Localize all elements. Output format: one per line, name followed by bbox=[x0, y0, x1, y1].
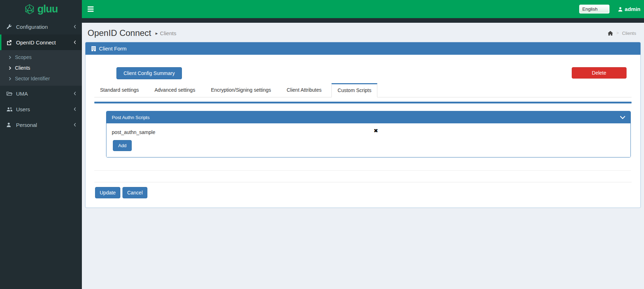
page-title: OpenID Connect bbox=[88, 28, 151, 38]
language-select[interactable] bbox=[579, 5, 609, 14]
top-navbar: admin bbox=[82, 0, 644, 18]
tab-custom-scripts[interactable]: Custom Scripts bbox=[331, 83, 377, 97]
users-icon bbox=[6, 107, 16, 112]
script-list-item: post_authn_sample ✖ bbox=[112, 128, 625, 136]
home-icon[interactable] bbox=[608, 31, 613, 36]
page-content: OpenID Connect ▸ Clients > Clients bbox=[82, 23, 644, 289]
submenu-item-label: Clients bbox=[15, 65, 30, 71]
sidebar-item-users[interactable]: Users bbox=[0, 101, 82, 117]
page-subtitle-label: Clients bbox=[160, 30, 176, 36]
navbar-right: admin bbox=[579, 5, 644, 14]
sidebar-item-openid-connect[interactable]: OpenID Connect bbox=[0, 34, 82, 50]
sidebar-item-uma[interactable]: UMA bbox=[0, 86, 82, 101]
brand-logo[interactable]: gluu bbox=[0, 0, 82, 18]
sidebar-item-configuration[interactable]: Configuration bbox=[0, 19, 82, 34]
submenu-item-label: Scopes bbox=[15, 54, 32, 60]
sidebar-item-personal[interactable]: Personal bbox=[0, 117, 82, 133]
add-script-button[interactable]: Add bbox=[113, 140, 132, 151]
post-authn-scripts-body: post_authn_sample ✖ Add bbox=[106, 123, 630, 157]
user-menu[interactable]: admin bbox=[618, 6, 640, 12]
panel-title: Post Authn Scripts bbox=[112, 115, 150, 120]
user-icon bbox=[618, 7, 623, 12]
form-footer-actions: Update Cancel bbox=[95, 187, 632, 198]
chevron-left-icon bbox=[73, 25, 76, 29]
main-area: admin OpenID Connect ▸ Clients > Clients bbox=[82, 0, 644, 289]
username-label: admin bbox=[625, 6, 640, 12]
tab-content-rule bbox=[94, 102, 632, 103]
chevron-left-icon bbox=[73, 40, 76, 44]
brand-name: gluu bbox=[37, 3, 58, 15]
tab-pane-divider bbox=[94, 170, 631, 171]
update-button[interactable]: Update bbox=[95, 187, 120, 198]
chevron-left-icon bbox=[73, 91, 76, 96]
post-authn-scripts-header[interactable]: Post Authn Scripts bbox=[106, 111, 630, 123]
chevron-right-icon bbox=[9, 77, 11, 81]
sidebar-item-label: Personal bbox=[16, 122, 37, 128]
sidebar-menu: Configuration OpenID Connect bbox=[0, 18, 82, 133]
post-authn-scripts-panel: Post Authn Scripts post_authn_sample ✖ A… bbox=[106, 111, 631, 157]
client-config-summary-button[interactable]: Client Config Summary bbox=[116, 67, 182, 79]
script-name: post_authn_sample bbox=[112, 129, 155, 135]
chevron-left-icon bbox=[73, 107, 76, 111]
sidebar-item-label: Configuration bbox=[16, 24, 48, 30]
tab-advanced-settings[interactable]: Advanced settings bbox=[149, 83, 201, 97]
content-header: OpenID Connect ▸ Clients > Clients bbox=[82, 23, 644, 42]
wrench-icon bbox=[6, 24, 16, 30]
chevron-right-icon bbox=[9, 55, 11, 59]
sidebar: gluu Configuration OpenID Connect bbox=[0, 0, 82, 289]
client-form-body: Client Config Summary Delete Standard se… bbox=[85, 67, 640, 198]
folder-open-icon bbox=[6, 91, 16, 96]
breadcrumb: > Clients bbox=[608, 31, 638, 36]
delete-button[interactable]: Delete bbox=[572, 67, 627, 79]
submenu-item-label: Sector Identifier bbox=[15, 76, 50, 81]
sidebar-item-clients[interactable]: Clients bbox=[0, 63, 82, 73]
tab-client-attributes[interactable]: Client Attributes bbox=[281, 83, 327, 97]
settings-tabs: Standard settings Advanced settings Encr… bbox=[94, 83, 632, 97]
form-toolbar: Client Config Summary Delete bbox=[94, 67, 632, 79]
tab-standard-settings[interactable]: Standard settings bbox=[94, 83, 145, 97]
building-icon bbox=[91, 46, 96, 51]
remove-script-icon[interactable]: ✖ bbox=[373, 128, 378, 133]
cancel-button[interactable]: Cancel bbox=[122, 187, 147, 198]
sidebar-item-sector-identifier[interactable]: Sector Identifier bbox=[0, 73, 82, 84]
external-link-icon bbox=[6, 40, 16, 45]
form-divider bbox=[94, 182, 632, 182]
breadcrumb-separator: > bbox=[616, 31, 619, 36]
navbar-shadow-strip bbox=[82, 18, 644, 23]
client-form-header: Client Form bbox=[85, 42, 640, 55]
breadcrumb-current: Clients bbox=[622, 31, 636, 36]
app-window: gluu Configuration OpenID Connect bbox=[0, 0, 644, 289]
caret-right-icon: ▸ bbox=[156, 31, 158, 36]
tab-encryption-signing-settings[interactable]: Encryption/Signing settings bbox=[205, 83, 277, 97]
user-icon bbox=[6, 122, 16, 127]
chevron-left-icon bbox=[73, 123, 76, 127]
client-form-card: Client Form Client Config Summary Delete… bbox=[85, 42, 641, 208]
openid-connect-submenu: Scopes Clients Sector Identifier bbox=[0, 50, 82, 86]
chevron-down-icon[interactable] bbox=[620, 116, 625, 119]
chevron-right-icon bbox=[9, 66, 11, 70]
page-subtitle: ▸ Clients bbox=[156, 30, 176, 36]
sidebar-item-label: UMA bbox=[16, 91, 28, 97]
sidebar-item-label: Users bbox=[16, 106, 30, 112]
gluu-geodesic-icon bbox=[24, 4, 35, 15]
sidebar-item-label: OpenID Connect bbox=[16, 39, 56, 46]
card-title: Client Form bbox=[99, 46, 127, 52]
sidebar-toggle-button[interactable] bbox=[82, 0, 98, 18]
sidebar-item-scopes[interactable]: Scopes bbox=[0, 52, 82, 63]
